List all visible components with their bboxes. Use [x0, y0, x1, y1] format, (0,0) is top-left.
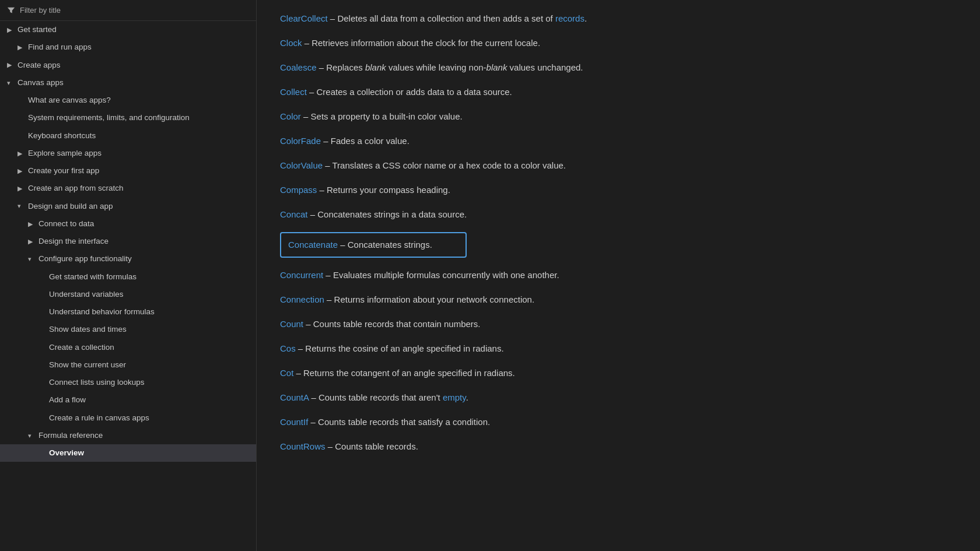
italic-1: blank: [365, 62, 386, 72]
sidebar-item-label: Get started: [18, 24, 57, 36]
content-link-color[interactable]: Color: [280, 111, 301, 121]
chevron-icon: ▶: [28, 219, 36, 229]
content-link-colorfade[interactable]: ColorFade: [280, 136, 321, 146]
sidebar-item-explore-sample-apps[interactable]: ▶Explore sample apps: [0, 145, 256, 162]
chevron-icon: ▶: [18, 149, 26, 159]
content-entry-concurrent: Concurrent – Evaluates multiple formulas…: [280, 268, 957, 282]
content-entry-connection: Connection – Returns information about y…: [280, 293, 957, 307]
sidebar-item-label: What are canvas apps?: [28, 94, 111, 106]
sidebar-item-label: Create your first app: [28, 165, 99, 177]
chevron-icon: ▶: [7, 25, 15, 35]
content-link-clearcollect[interactable]: ClearCollect: [280, 13, 328, 23]
content-entry-clearcollect: ClearCollect – Deletes all data from a c…: [280, 12, 957, 26]
sidebar-item-show-dates-times[interactable]: Show dates and times: [0, 321, 256, 338]
sidebar-item-label: Find and run apps: [28, 41, 92, 53]
content-entry-cot: Cot – Returns the cotangent of an angle …: [280, 366, 957, 380]
content-entry-concat: Concat – Concatenates strings in a data …: [280, 208, 957, 222]
inline-link-clearcollect[interactable]: records: [555, 13, 584, 23]
highlighted-entry-concatenate: Concatenate – Concatenates strings.: [280, 232, 467, 258]
content-link-countif[interactable]: CountIf: [280, 417, 308, 427]
content-link-colorvalue[interactable]: ColorValue: [280, 160, 323, 170]
sidebar-item-design-build-app[interactable]: ▾Design and build an app: [0, 198, 256, 215]
sidebar-item-create-first-app[interactable]: ▶Create your first app: [0, 162, 256, 180]
sidebar-item-label: Design the interface: [38, 236, 108, 247]
content-link-compass[interactable]: Compass: [280, 185, 317, 195]
sidebar-item-label: Design and build an app: [28, 201, 113, 212]
chevron-icon: ▶: [7, 60, 15, 70]
content-entry-countrows: CountRows – Counts table records.: [280, 440, 957, 454]
chevron-icon: ▶: [18, 166, 26, 176]
filter-label: Filter by title: [20, 6, 61, 15]
content-link-coalesce[interactable]: Coalesce: [280, 62, 317, 72]
content-entry-countif: CountIf – Counts table records that sati…: [280, 415, 957, 429]
sidebar-item-label: Get started with formulas: [49, 271, 136, 283]
sidebar-item-connect-to-data[interactable]: ▶Connect to data: [0, 215, 256, 233]
content-link-countrows[interactable]: CountRows: [280, 441, 326, 451]
content-link-count[interactable]: Count: [280, 319, 303, 329]
sidebar-item-label: Show the current user: [49, 359, 126, 371]
sidebar-item-label: System requirements, limits, and configu…: [28, 112, 190, 124]
sidebar-item-keyboard-shortcuts[interactable]: Keyboard shortcuts: [0, 127, 256, 145]
sidebar-item-label: Show dates and times: [49, 324, 127, 335]
chevron-icon: ▶: [18, 43, 26, 52]
sidebar-item-overview[interactable]: Overview: [0, 444, 256, 462]
sidebar-item-show-current-user[interactable]: Show the current user: [0, 356, 256, 374]
sidebar-item-create-rule-canvas[interactable]: Create a rule in canvas apps: [0, 409, 256, 427]
sidebar-item-create-apps[interactable]: ▶Create apps: [0, 57, 256, 74]
chevron-icon: ▾: [28, 431, 36, 441]
sidebar-item-label: Formula reference: [38, 430, 103, 441]
sidebar-item-add-flow[interactable]: Add a flow: [0, 391, 256, 409]
sidebar-item-label: Connect to data: [38, 218, 94, 230]
sidebar-item-label: Overview: [49, 447, 84, 459]
sidebar-item-label: Create a collection: [49, 342, 114, 353]
sidebar-item-what-are-canvas[interactable]: What are canvas apps?: [0, 92, 256, 109]
content-link-cot[interactable]: Cot: [280, 368, 293, 378]
content-entry-color: Color – Sets a property to a built-in co…: [280, 110, 957, 124]
filter-bar[interactable]: Filter by title: [0, 0, 256, 21]
content-link-connection[interactable]: Connection: [280, 294, 324, 304]
sidebar-item-label: Connect lists using lookups: [49, 377, 145, 388]
chevron-icon: ▾: [18, 201, 26, 211]
sidebar-item-system-requirements[interactable]: System requirements, limits, and configu…: [0, 109, 256, 127]
content-entry-clock: Clock – Retrieves information about the …: [280, 36, 957, 50]
content-link-counta[interactable]: CountA: [280, 392, 309, 402]
sidebar-item-understand-variables[interactable]: Understand variables: [0, 286, 256, 303]
sidebar-item-configure-app-functionality[interactable]: ▾Configure app functionality: [0, 250, 256, 268]
sidebar-item-get-started-formulas[interactable]: Get started with formulas: [0, 268, 256, 286]
sidebar-item-label: Understand variables: [49, 289, 124, 300]
chevron-icon: ▾: [28, 254, 36, 264]
sidebar-item-find-run-apps[interactable]: ▶Find and run apps: [0, 38, 256, 56]
content-link-collect[interactable]: Collect: [280, 87, 307, 97]
sidebar-nav: ▶Get started▶Find and run apps▶Create ap…: [0, 21, 256, 551]
sidebar-item-formula-reference[interactable]: ▾Formula reference: [0, 427, 256, 444]
content-link-concat[interactable]: Concat: [280, 209, 308, 219]
sidebar-item-design-interface[interactable]: ▶Design the interface: [0, 233, 256, 250]
content-entry-colorvalue: ColorValue – Translates a CSS color name…: [280, 159, 957, 173]
chevron-icon: ▶: [18, 184, 26, 194]
sidebar-item-connect-lists-lookups[interactable]: Connect lists using lookups: [0, 374, 256, 391]
sidebar-item-create-from-scratch[interactable]: ▶Create an app from scratch: [0, 180, 256, 197]
sidebar-item-understand-behavior-formulas[interactable]: Understand behavior formulas: [0, 303, 256, 321]
content-entry-collect: Collect – Creates a collection or adds d…: [280, 85, 957, 99]
sidebar-item-label: Canvas apps: [18, 77, 64, 89]
sidebar: Filter by title ▶Get started▶Find and ru…: [0, 0, 257, 551]
italic-2: blank: [487, 62, 508, 72]
filter-icon: [7, 6, 15, 15]
sidebar-item-label: Create an app from scratch: [28, 183, 124, 194]
content-entry-counta: CountA – Counts table records that aren'…: [280, 391, 957, 405]
main-content: ClearCollect – Deletes all data from a c…: [257, 0, 980, 551]
content-link-clock[interactable]: Clock: [280, 38, 302, 48]
sidebar-item-label: Add a flow: [49, 394, 86, 406]
inline-link-counta[interactable]: empty: [443, 392, 466, 402]
content-entry-colorfade: ColorFade – Fades a color value.: [280, 134, 957, 148]
content-entry-compass: Compass – Returns your compass heading.: [280, 183, 957, 197]
sidebar-item-canvas-apps[interactable]: ▾Canvas apps: [0, 74, 256, 92]
chevron-icon: ▶: [28, 237, 36, 247]
sidebar-item-get-started[interactable]: ▶Get started: [0, 21, 256, 38]
content-link-cos[interactable]: Cos: [280, 343, 296, 353]
content-entry-cos: Cos – Returns the cosine of an angle spe…: [280, 342, 957, 356]
sidebar-item-create-collection[interactable]: Create a collection: [0, 339, 256, 356]
content-link-concatenate[interactable]: Concatenate: [288, 240, 338, 250]
content-link-concurrent[interactable]: Concurrent: [280, 270, 323, 280]
content-entry-count: Count – Counts table records that contai…: [280, 317, 957, 331]
